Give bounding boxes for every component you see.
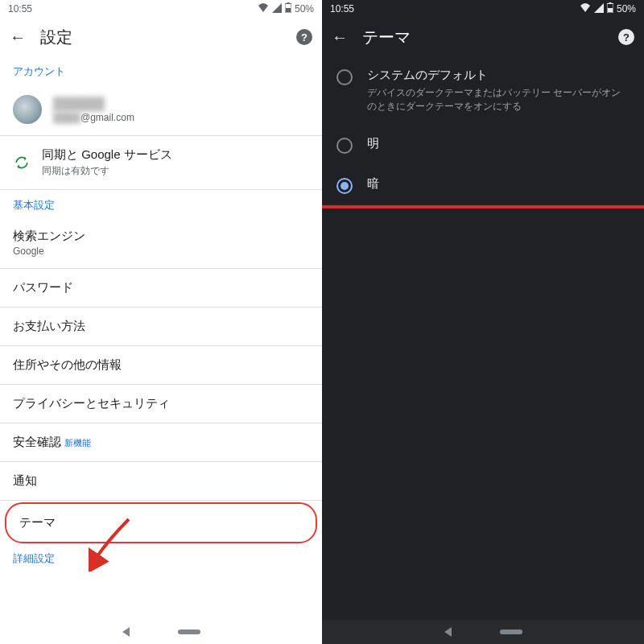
payment-label: お支払い方法 — [13, 319, 309, 334]
section-account: アカウント — [0, 56, 322, 84]
section-basic: 基本設定 — [0, 190, 322, 217]
help-icon-dark[interactable]: ? — [618, 29, 634, 45]
status-bar: 10:55 50% — [0, 0, 322, 18]
svg-rect-5 — [608, 8, 613, 12]
sync-sub: 同期は有効です — [42, 164, 172, 178]
theme-row[interactable]: テーマ — [5, 502, 317, 543]
sync-row[interactable]: 同期と Google サービス 同期は有効です — [0, 136, 322, 190]
avatar — [13, 95, 42, 124]
status-time-dark: 10:55 — [330, 3, 354, 14]
page-title-dark: テーマ — [362, 27, 604, 48]
radio-unselected-icon — [336, 138, 353, 154]
battery-icon — [607, 2, 613, 15]
header: ← 設定 ? — [0, 18, 322, 56]
navbar-light — [0, 620, 322, 644]
address-row[interactable]: 住所やその他の情報 — [0, 346, 322, 385]
status-time: 10:55 — [8, 3, 32, 14]
status-right-dark: 50% — [580, 2, 636, 15]
radio-selected-icon — [336, 178, 353, 194]
annotation-underline — [322, 205, 644, 208]
header-dark: ← テーマ ? — [322, 18, 644, 56]
search-engine-value: Google — [13, 246, 309, 257]
status-right: 50% — [258, 2, 314, 15]
battery-icon — [285, 2, 291, 15]
battery-percent: 50% — [295, 3, 314, 14]
wifi-icon — [258, 3, 269, 15]
safety-row[interactable]: 安全確認新機能 — [0, 423, 322, 462]
page-title: 設定 — [40, 27, 282, 48]
account-name-blurred: ██████ — [53, 97, 134, 110]
signal-icon — [272, 3, 282, 15]
nav-back-icon[interactable] — [122, 627, 130, 637]
theme-option-dark[interactable]: 暗 — [322, 165, 644, 205]
safety-label: 安全確認新機能 — [13, 435, 309, 450]
sync-icon — [13, 154, 31, 171]
sync-title: 同期と Google サービス — [42, 147, 172, 163]
navbar-dark — [322, 620, 644, 644]
back-icon[interactable]: ← — [10, 29, 26, 45]
account-row[interactable]: ██████ ████@gmail.com — [0, 84, 322, 136]
radio-unselected-icon — [336, 69, 353, 85]
nav-home-pill[interactable] — [500, 630, 522, 634]
notifications-row[interactable]: 通知 — [0, 462, 322, 501]
payment-row[interactable]: お支払い方法 — [0, 308, 322, 346]
password-label: パスワード — [13, 280, 309, 295]
opt3-label: 暗 — [367, 176, 379, 192]
theme-panel-dark: 10:55 50% ← テーマ ? システムのデフォルト デバイスのダークテーマ… — [322, 0, 644, 644]
privacy-row[interactable]: プライバシーとセキュリティ — [0, 385, 322, 423]
settings-panel-light: 10:55 50% ← 設定 ? アカウント ██████ ████@gmail… — [0, 0, 322, 644]
password-row[interactable]: パスワード — [0, 269, 322, 308]
account-email: ████@gmail.com — [53, 112, 134, 123]
status-bar-dark: 10:55 50% — [322, 0, 644, 18]
theme-label: テーマ — [19, 515, 303, 530]
svg-rect-2 — [286, 8, 291, 12]
opt2-label: 明 — [367, 136, 379, 151]
opt1-sub: デバイスのダークテーマまたはバッテリー セーバーがオンのときにダークテーマをオン… — [367, 86, 630, 114]
back-icon-dark[interactable]: ← — [332, 29, 348, 45]
privacy-label: プライバシーとセキュリティ — [13, 396, 309, 411]
search-engine-label: 検索エンジン — [13, 229, 309, 244]
theme-option-light[interactable]: 明 — [322, 125, 644, 165]
theme-option-system[interactable]: システムのデフォルト デバイスのダークテーマまたはバッテリー セーバーがオンのと… — [322, 56, 644, 125]
signal-icon — [594, 3, 604, 15]
nav-home-pill[interactable] — [178, 630, 200, 634]
battery-percent-dark: 50% — [617, 3, 636, 14]
nav-back-icon[interactable] — [444, 627, 452, 637]
advanced-row[interactable]: 詳細設定 — [0, 545, 322, 572]
wifi-icon — [580, 3, 591, 15]
help-icon[interactable]: ? — [296, 29, 312, 45]
search-engine-row[interactable]: 検索エンジン Google — [0, 217, 322, 269]
address-label: 住所やその他の情報 — [13, 357, 309, 373]
new-badge: 新機能 — [64, 438, 91, 448]
notifications-label: 通知 — [13, 473, 309, 489]
opt1-title: システムのデフォルト — [367, 68, 630, 83]
